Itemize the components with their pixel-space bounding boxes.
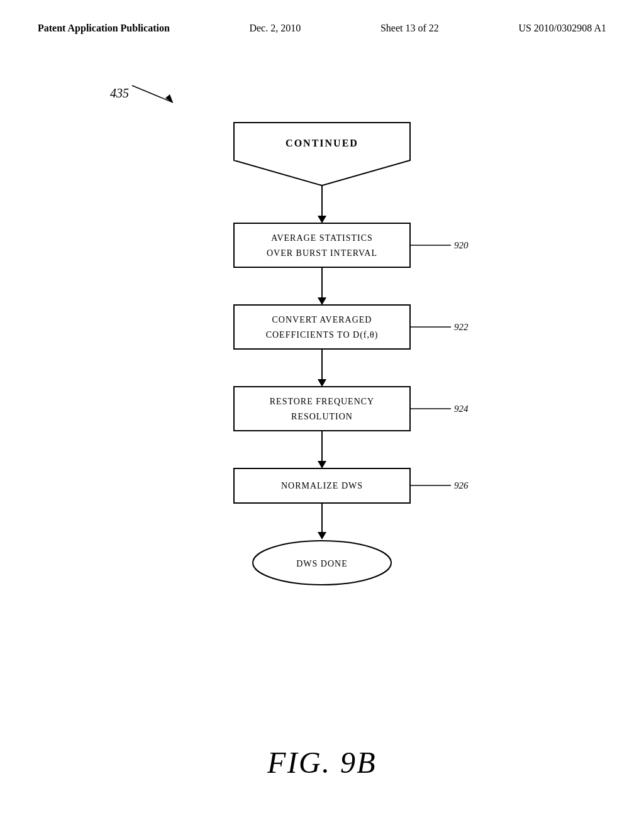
svg-text:RESOLUTION: RESOLUTION (291, 412, 353, 421)
flowchart-svg: CONTINUED AVERAGE STATISTICS OVER BURST … (102, 110, 542, 676)
svg-rect-20 (234, 387, 410, 431)
svg-text:926: 926 (454, 480, 469, 490)
page-header: Patent Application Publication Dec. 2, 2… (0, 0, 644, 34)
arrow-435-svg (129, 80, 179, 106)
publication-label: Patent Application Publication (38, 23, 170, 34)
svg-text:COEFFICIENTS  TO  D(f,θ): COEFFICIENTS TO D(f,θ) (266, 330, 379, 340)
svg-marker-2 (234, 123, 410, 185)
svg-text:CONVERT  AVERAGED: CONVERT AVERAGED (272, 315, 372, 324)
patent-number: US 2010/0302908 A1 (518, 23, 606, 34)
date-label: Dec. 2, 2010 (249, 23, 301, 34)
svg-rect-13 (234, 305, 410, 349)
svg-text:OVER  BURST  INTERVAL: OVER BURST INTERVAL (267, 248, 377, 258)
svg-text:CONTINUED: CONTINUED (286, 138, 358, 148)
svg-text:920: 920 (454, 240, 469, 250)
svg-marker-5 (318, 216, 326, 223)
svg-text:DWS  DONE: DWS DONE (296, 559, 348, 568)
svg-marker-12 (318, 297, 326, 305)
svg-text:922: 922 (454, 322, 469, 332)
svg-text:AVERAGE  STATISTICS: AVERAGE STATISTICS (271, 233, 373, 243)
svg-rect-6 (234, 223, 410, 267)
svg-marker-26 (318, 461, 326, 468)
label-435: 435 (110, 80, 179, 106)
svg-text:924: 924 (454, 404, 469, 414)
sheet-label: Sheet 13 of 22 (380, 23, 439, 34)
svg-text:RESTORE  FREQUENCY: RESTORE FREQUENCY (270, 397, 374, 406)
svg-text:NORMALIZE  DWS: NORMALIZE DWS (281, 481, 363, 490)
figure-label: FIG. 9B (267, 745, 377, 780)
svg-marker-32 (318, 532, 326, 540)
svg-marker-19 (318, 379, 326, 387)
svg-line-0 (132, 86, 173, 102)
